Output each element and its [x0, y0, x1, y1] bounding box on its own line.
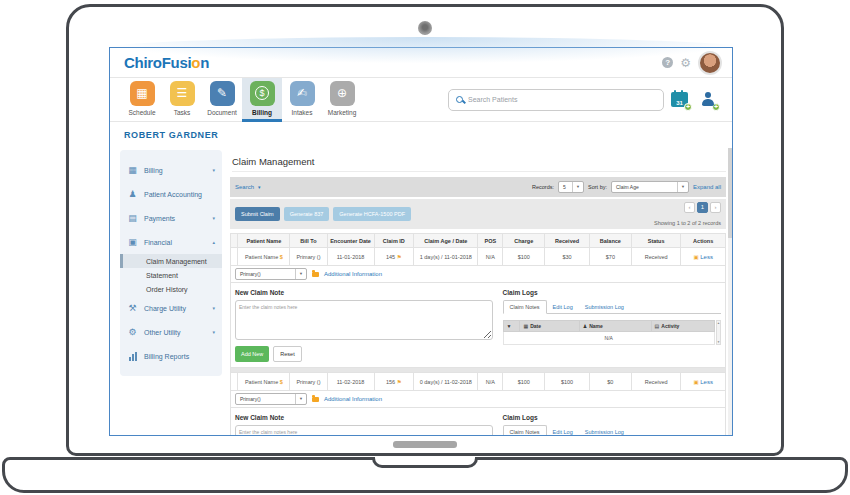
generate-837-button[interactable]: Generate 837: [284, 207, 330, 221]
table-row[interactable]: Patient Name $ Primary () 11-02-2018 156…: [231, 373, 726, 391]
generate-hcfa-button[interactable]: Generate HCFA-1500 PDF: [333, 207, 411, 221]
main-scrollbar[interactable]: [728, 148, 732, 436]
column-header[interactable]: Patient Name: [238, 234, 290, 248]
sidebar-item-label: Patient Accounting: [144, 191, 215, 198]
column-header[interactable]: Bill To: [290, 234, 327, 248]
tab-tasks[interactable]: ☰ Tasks: [162, 78, 202, 122]
table-row[interactable]: Patient Name $ Primary () 11-01-2018 145…: [231, 248, 726, 266]
app-window: ChiroFusion ? ⚙ ▦ Schedule ☰ Tasks ✎ Doc…: [109, 47, 733, 436]
tab-document[interactable]: ✎ Document: [202, 78, 242, 122]
tab-submission-log[interactable]: Submission Log: [579, 301, 630, 313]
column-header[interactable]: Received: [545, 234, 590, 248]
user-avatar[interactable]: [698, 51, 722, 75]
records-label: Records:: [532, 184, 554, 190]
sidebar-item-claim-management[interactable]: Claim Management: [120, 254, 222, 268]
schedule-icon: ▦: [130, 81, 155, 106]
records-select[interactable]: 5 ▼: [558, 181, 584, 193]
chevron-down-icon: ▾: [212, 215, 215, 221]
tab-marketing[interactable]: ⊕ Marketing: [322, 78, 362, 122]
log-column-header[interactable]: Activity: [661, 323, 679, 329]
current-page-button[interactable]: 1: [697, 202, 708, 213]
charge-cell: $100: [503, 248, 545, 266]
less-link[interactable]: Less: [700, 254, 713, 260]
column-header[interactable]: Status: [631, 234, 681, 248]
logs-scrollbar[interactable]: ▲▼: [716, 320, 721, 345]
payer-select[interactable]: Primary() ▼: [235, 268, 307, 280]
sidebar-item-label: Charge Utility: [144, 305, 206, 312]
search-toggle-link[interactable]: Search: [235, 184, 254, 190]
sidebar-item-payments[interactable]: ▤ Payments ▾: [120, 206, 222, 230]
sidebar-subitem-label: Order History: [146, 286, 222, 293]
add-patient-icon[interactable]: +: [700, 92, 716, 107]
gear-icon[interactable]: ⚙: [680, 57, 691, 69]
less-link[interactable]: Less: [700, 379, 713, 385]
status-cell: Received: [631, 373, 681, 391]
tab-intakes[interactable]: ✍ Intakes: [282, 78, 322, 122]
records-count-text: Showing 1 to 2 of 2 records: [654, 220, 721, 226]
log-column-header[interactable]: Name: [589, 323, 603, 329]
claim-note-textarea[interactable]: [235, 425, 493, 436]
calendar-icon: ▦: [523, 323, 528, 329]
tab-label: Billing: [252, 109, 272, 116]
column-header[interactable]: Balance: [589, 234, 631, 248]
sidebar-item-charge-utility[interactable]: ⚒ Charge Utility ▾: [120, 296, 222, 320]
additional-information-link[interactable]: Additional Information: [324, 396, 382, 402]
app-header: ChiroFusion ? ⚙: [110, 48, 732, 78]
sidebar-item-billing-reports[interactable]: Billing Reports: [120, 344, 222, 368]
sidebar-item-order-history[interactable]: Order History: [120, 282, 222, 296]
column-header[interactable]: Claim ID: [374, 234, 414, 248]
sidebar-item-statement[interactable]: Statement: [120, 268, 222, 282]
sidebar-item-other-utility[interactable]: ⚙ Other Utility ▾: [120, 320, 222, 344]
pagination: ‹ 1 ›: [684, 202, 721, 213]
payer-select[interactable]: Primary() ▼: [235, 393, 307, 405]
search-icon: [456, 96, 463, 103]
reset-button[interactable]: Reset: [273, 346, 301, 362]
add-new-button[interactable]: Add New: [235, 346, 269, 362]
claim-note-textarea[interactable]: [235, 300, 493, 340]
flag-icon: ⚑: [397, 254, 402, 260]
column-header[interactable]: Claim Age / Date: [414, 234, 478, 248]
submit-claim-button[interactable]: Submit Claim: [235, 207, 280, 221]
tab-edit-log[interactable]: Edit Log: [547, 426, 579, 436]
money-icon: $: [280, 254, 283, 260]
column-header[interactable]: POS: [478, 234, 503, 248]
patient-name-cell[interactable]: Patient Name: [245, 254, 278, 260]
log-column-header[interactable]: Date: [530, 323, 541, 329]
prev-page-button[interactable]: ‹: [684, 202, 695, 213]
tab-schedule[interactable]: ▦ Schedule: [122, 78, 162, 122]
billing-cash-icon: ▦: [127, 165, 138, 175]
sort-select[interactable]: Claim Age ▼: [611, 181, 689, 193]
filter-icon[interactable]: ▼: [507, 323, 512, 329]
payer-value: Primary(): [236, 271, 265, 277]
column-header[interactable]: Encounter Date: [327, 234, 374, 248]
tab-claim-notes[interactable]: Claim Notes: [503, 425, 547, 436]
balance-cell: $0: [589, 373, 631, 391]
column-header[interactable]: Charge: [503, 234, 545, 248]
claim-id-cell: 145: [386, 254, 395, 260]
claim-group-2: Patient Name $ Primary () 11-02-2018 156…: [231, 368, 726, 437]
expand-all-link[interactable]: Expand all: [693, 184, 721, 190]
tab-submission-log[interactable]: Submission Log: [579, 426, 630, 436]
sidebar-item-patient-accounting[interactable]: ♟ Patient Accounting: [120, 182, 222, 206]
help-icon[interactable]: ?: [662, 57, 673, 68]
tab-label: Tasks: [174, 109, 191, 116]
next-page-button[interactable]: ›: [710, 202, 721, 213]
collapse-icon: ▣: [693, 379, 698, 385]
document-icon: ✎: [210, 81, 235, 106]
sidebar-item-financial[interactable]: ▣ Financial ▴: [120, 230, 222, 254]
select-arrow-icon: ▼: [295, 394, 306, 404]
add-appointment-icon[interactable]: 31+: [671, 92, 688, 107]
folder-icon: [312, 272, 319, 277]
sidebar-item-billing[interactable]: ▦ Billing ▾: [120, 158, 222, 182]
column-header[interactable]: Actions: [681, 234, 726, 248]
pos-cell: N/A: [478, 373, 503, 391]
tab-edit-log[interactable]: Edit Log: [547, 301, 579, 313]
new-claim-note-label: New Claim Note: [235, 414, 493, 421]
additional-information-link[interactable]: Additional Information: [324, 271, 382, 277]
tab-billing[interactable]: $ Billing: [242, 78, 282, 122]
chevron-down-icon: ▾: [258, 184, 261, 190]
patient-name-cell[interactable]: Patient Name: [245, 379, 278, 385]
search-input[interactable]: [468, 96, 656, 103]
tab-claim-notes[interactable]: Claim Notes: [503, 300, 547, 314]
balance-cell: $70: [589, 248, 631, 266]
